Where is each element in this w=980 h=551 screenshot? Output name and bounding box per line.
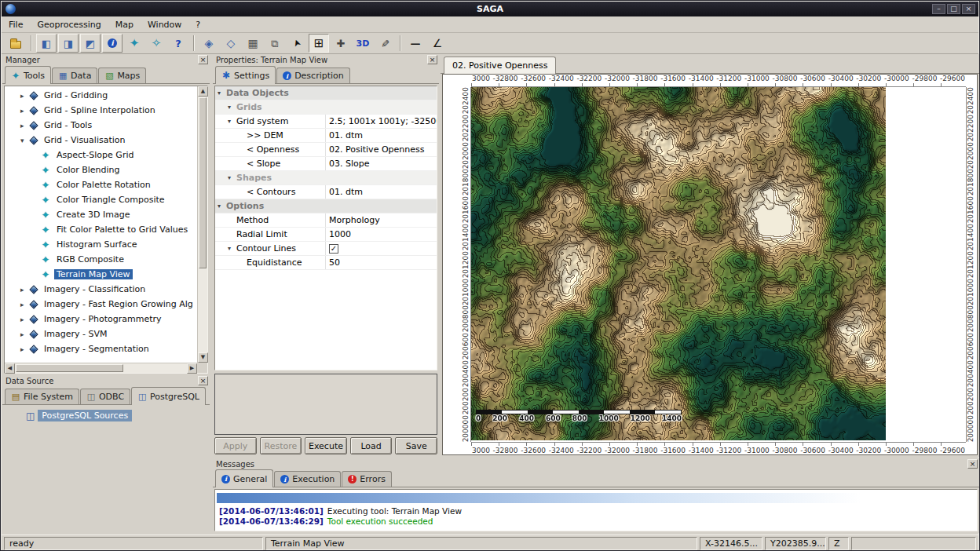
property-row[interactable]: Options <box>215 199 437 213</box>
tree-item[interactable]: Grid - Spline Interpolation <box>5 103 197 118</box>
tree-item[interactable]: Grid - Tools <box>5 118 197 133</box>
close-icon[interactable] <box>427 55 437 64</box>
property-value-cell[interactable]: 1000 <box>325 228 437 241</box>
expander-icon[interactable] <box>20 330 29 338</box>
tree-item[interactable]: Aspect-Slope Grid <box>5 148 197 162</box>
close-button[interactable]: × <box>962 4 975 14</box>
expander-icon[interactable] <box>20 107 29 115</box>
close-icon[interactable] <box>198 55 208 64</box>
log-row[interactable] <box>217 493 975 503</box>
property-value-cell[interactable]: 50 <box>325 256 437 269</box>
property-value-cell[interactable] <box>325 100 437 114</box>
expander-icon[interactable] <box>218 86 226 100</box>
expander-icon[interactable] <box>218 199 226 213</box>
menu-item[interactable]: ? <box>188 16 207 33</box>
property-value-cell[interactable]: 02. Positive Openness <box>325 143 437 156</box>
expander-icon[interactable] <box>228 100 236 114</box>
scroll-right-icon[interactable]: ▶ <box>187 363 197 374</box>
tab[interactable]: Data <box>52 68 97 83</box>
tree-item[interactable]: Imagery - SVM <box>5 327 197 341</box>
property-value-cell[interactable] <box>325 171 437 184</box>
expander-icon[interactable] <box>228 171 236 184</box>
list-item[interactable]: PostgreSQL Sources <box>26 410 210 421</box>
print-map-icon[interactable] <box>243 34 263 53</box>
map-tab[interactable]: 02. Positive Openness <box>444 57 556 74</box>
action-button[interactable]: Load <box>350 437 393 454</box>
tab[interactable]: General <box>215 469 273 487</box>
close-icon[interactable] <box>967 459 978 469</box>
profile-tool-icon[interactable] <box>427 34 448 53</box>
tree-item[interactable]: Color Blending <box>5 162 197 177</box>
tree-item[interactable]: RGB Composite <box>5 252 197 267</box>
expander-icon[interactable] <box>228 242 236 255</box>
property-row[interactable]: Grid system 2.5; 1001x 1001y; -32500 <box>215 115 437 129</box>
expander-icon[interactable] <box>228 115 236 128</box>
property-value-cell[interactable]: 2.5; 1001x 1001y; -32500 <box>325 115 437 128</box>
property-row[interactable]: Grids <box>215 100 437 115</box>
pan-tool-icon[interactable] <box>331 34 351 53</box>
tab[interactable]: Settings <box>215 66 276 84</box>
property-row[interactable]: Data Objects <box>215 86 437 100</box>
tool-library-icon[interactable] <box>124 34 144 53</box>
property-row[interactable]: Contour Lines <box>215 242 437 256</box>
measure-distance-icon[interactable] <box>405 34 426 53</box>
scrollbar-thumb[interactable] <box>16 364 123 372</box>
tab[interactable]: File System <box>5 389 79 404</box>
action-button[interactable]: Restore <box>260 437 302 454</box>
tab[interactable]: ODBC <box>80 389 130 404</box>
tool-chains-icon[interactable] <box>146 34 166 53</box>
tree-item[interactable]: Color Triangle Composite <box>5 192 197 207</box>
menu-item[interactable]: Map <box>108 16 141 33</box>
title-bar[interactable]: SAGA – □ × <box>2 2 978 16</box>
property-row[interactable]: < Openness 02. Positive Openness <box>215 143 437 157</box>
log-row[interactable]: [2014-06-07/13:46:29] Tool execution suc… <box>217 516 975 527</box>
property-row[interactable]: Equidistance 50 <box>215 256 437 270</box>
tree-item[interactable]: Imagery - Classification <box>5 282 197 297</box>
show-data-source-icon[interactable] <box>80 34 101 53</box>
pointer-tool-icon[interactable] <box>287 34 307 53</box>
action-button[interactable]: Execute <box>305 437 347 454</box>
tree-item[interactable]: Color Palette Rotation <box>5 177 197 192</box>
property-value-cell[interactable]: 03. Slope <box>325 157 437 170</box>
tree-item[interactable]: Terrain Map View <box>5 267 197 282</box>
copy-map-icon[interactable] <box>265 34 285 53</box>
expander-icon[interactable] <box>20 316 29 323</box>
tab[interactable]: Execution <box>274 471 341 487</box>
view-3d-icon[interactable] <box>353 34 373 53</box>
expander-icon[interactable] <box>20 286 29 294</box>
action-button[interactable]: Save <box>395 437 437 454</box>
zoom-full-extent-icon[interactable] <box>199 34 219 53</box>
tree-item[interactable]: Grid - Gridding <box>5 88 197 103</box>
property-row[interactable]: < Contours 01. dtm <box>215 185 437 199</box>
tree-item[interactable]: Fit Color Palette to Grid Values <box>5 222 197 237</box>
map-canvas-area[interactable]: 0200400600800100012001400 <box>471 87 966 442</box>
tab[interactable]: PostgreSQL <box>131 387 206 405</box>
expander-icon[interactable] <box>20 137 29 144</box>
maximize-button[interactable]: □ <box>947 4 960 14</box>
vertical-scrollbar[interactable]: ▲ ▼ <box>197 86 207 363</box>
property-row[interactable]: Shapes <box>215 171 437 185</box>
tree-item[interactable]: Grid - Visualisation <box>5 133 197 148</box>
digitize-tool-icon[interactable] <box>375 34 395 53</box>
property-row[interactable]: Radial Limit 1000 <box>215 228 437 242</box>
property-row[interactable]: < Slope 03. Slope <box>215 157 437 171</box>
show-messages-icon[interactable] <box>102 34 122 53</box>
tree-item[interactable]: Imagery - Segmentation <box>5 341 197 356</box>
show-properties-icon[interactable] <box>58 34 79 53</box>
property-value-cell[interactable] <box>325 199 437 213</box>
open-folder-icon[interactable] <box>5 34 26 53</box>
property-value-cell[interactable] <box>325 86 437 100</box>
horizontal-scrollbar[interactable]: ◀ ▶ <box>5 363 197 373</box>
pan-to-extent-icon[interactable] <box>221 34 241 53</box>
minimize-button[interactable]: – <box>932 4 945 14</box>
action-button[interactable]: Apply <box>214 437 257 454</box>
tab[interactable]: Tools <box>5 66 51 84</box>
menu-item[interactable]: Window <box>141 16 188 33</box>
scroll-up-icon[interactable]: ▲ <box>198 86 208 97</box>
help-icon[interactable] <box>168 34 188 53</box>
scroll-down-icon[interactable]: ▼ <box>198 352 208 363</box>
expander-icon[interactable] <box>20 301 29 308</box>
map-image[interactable] <box>471 87 886 440</box>
property-value-cell[interactable]: Morphology <box>325 213 437 227</box>
tree-item[interactable]: Imagery - Photogrammetry <box>5 312 197 327</box>
